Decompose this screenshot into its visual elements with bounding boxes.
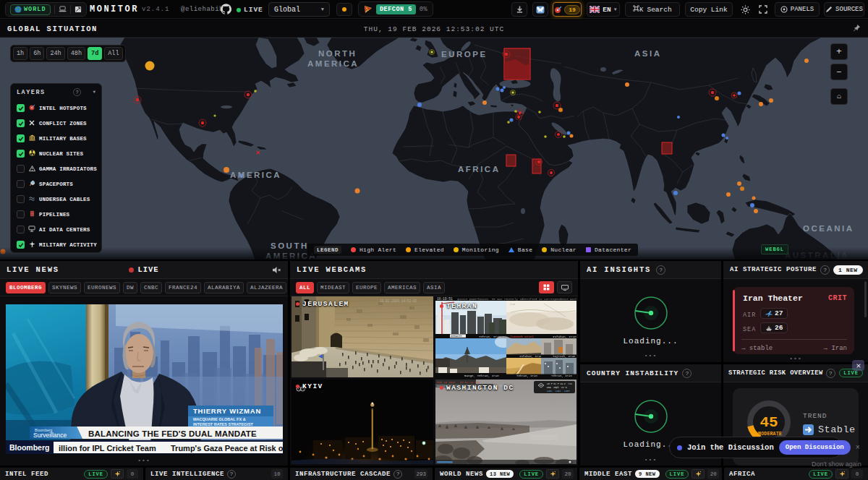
svg-text:AFRICA: AFRICA bbox=[458, 165, 500, 173]
svg-text:DERAKHT: DERAKHT bbox=[451, 335, 463, 338]
svg-text:cam3: cam3 bbox=[564, 390, 569, 393]
svg-text:Trump's Gaza Peace at Risk of: Trump's Gaza Peace at Risk of St bbox=[171, 444, 283, 453]
svg-text:(Launch Site): (Launch Site) bbox=[510, 335, 534, 338]
svg-text:Feb 19 2026 - 07:52:24 EST: Feb 19 2026 - 07:52:24 EST bbox=[437, 381, 480, 384]
svg-text:MACQUARIE GLOBAL FX &: MACQUARIE GLOBAL FX & bbox=[193, 417, 246, 421]
svg-text:45: 45 bbox=[760, 414, 778, 431]
svg-text:16:19:51: 16:19:51 bbox=[437, 297, 453, 301]
svg-text:29.8: 29.8 bbox=[560, 382, 566, 385]
svg-text:MODERATE: MODERATE bbox=[758, 432, 782, 437]
svg-text:Surveillance: Surveillance bbox=[33, 432, 67, 439]
svg-text:illion for IPL Cricket Team: illion for IPL Cricket Team bbox=[59, 444, 156, 453]
svg-text:Tajrish, Iran: Tajrish, Iran bbox=[553, 355, 576, 358]
svg-text:cam2: cam2 bbox=[556, 390, 561, 393]
svg-text:31 F: 31 F bbox=[553, 382, 559, 385]
svg-text:UV 0: UV 0 bbox=[561, 386, 567, 389]
svg-text:NORTH: NORTH bbox=[318, 49, 357, 58]
svg-text:19.02.2026 14:52:02: 19.02.2026 14:52:02 bbox=[380, 299, 417, 303]
svg-text:quince powerhouses. He was rec: quince powerhouses. He was recently iden… bbox=[457, 298, 576, 301]
svg-text:Bloomberg: Bloomberg bbox=[9, 443, 49, 452]
svg-text:Tehran, Iran: Tehran, Iran bbox=[516, 374, 537, 377]
svg-text:EUROPE: EUROPE bbox=[441, 50, 488, 59]
svg-text:4mph: 4mph bbox=[553, 386, 559, 389]
svg-text:Bange, Tehran, Iran: Bange, Tehran, Iran bbox=[464, 374, 499, 377]
svg-text:Isfahan, Iran: Isfahan, Iran bbox=[519, 355, 542, 358]
svg-text:ASIA: ASIA bbox=[634, 49, 661, 58]
svg-text:BALANCING THE FED'S DUAL MANDA: BALANCING THE FED'S DUAL MANDATE bbox=[88, 429, 257, 438]
svg-text:WNW: WNW bbox=[547, 386, 551, 389]
svg-text:T28: T28 bbox=[510, 303, 516, 306]
svg-text:OCEANIA: OCEANIA bbox=[803, 224, 854, 233]
svg-text:AMERICA: AMERICA bbox=[230, 171, 281, 179]
svg-text:THIERRY WIZMAN: THIERRY WIZMAN bbox=[193, 407, 261, 415]
svg-text:INTEREST RATES STRATEGIST: INTEREST RATES STRATEGIST bbox=[193, 422, 254, 427]
svg-text:AMERICA: AMERICA bbox=[307, 59, 359, 68]
svg-text:40 F: 40 F bbox=[547, 382, 553, 385]
svg-text:72%: 72% bbox=[568, 382, 572, 385]
svg-text:cam1: cam1 bbox=[547, 390, 552, 393]
svg-text:Isfahan, Iran: Isfahan, Iran bbox=[553, 335, 576, 338]
svg-text:Tehran, Iran: Tehran, Iran bbox=[551, 374, 572, 377]
